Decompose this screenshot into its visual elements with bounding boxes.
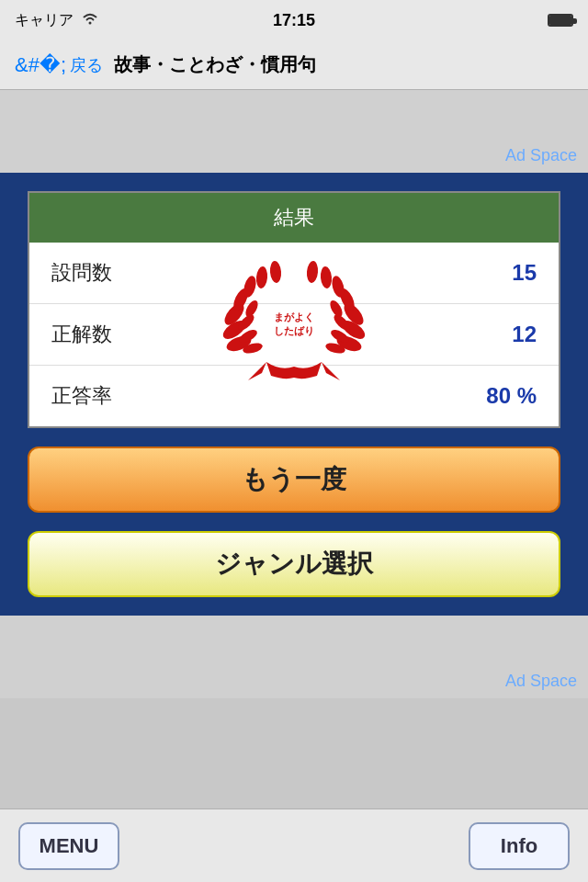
nav-bar: &#�; 戻る 故事・ことわざ・慣用句 — [0, 40, 588, 90]
svg-point-0 — [89, 22, 92, 25]
row-label-1: 設問数 — [51, 259, 112, 287]
results-rows: 設問数 15 正解数 12 正答率 80 % — [29, 243, 559, 426]
tab-bar: MENU Info — [0, 808, 588, 882]
info-button[interactable]: Info — [469, 822, 570, 870]
row-value-2: 12 — [512, 322, 537, 347]
battery-icon — [548, 14, 573, 27]
ad-top-label: Ad Space — [505, 146, 577, 165]
main-content: 結果 設問数 15 正解数 12 正答率 80 % — [0, 173, 588, 616]
ad-space-top: Ad Space — [0, 90, 588, 173]
results-header: 結果 — [29, 193, 559, 243]
row-label-2: 正解数 — [51, 321, 112, 348]
table-row: 設問数 15 — [29, 243, 559, 304]
table-row: 正解数 12 — [29, 304, 559, 366]
status-bar: キャリア 17:15 — [0, 0, 588, 40]
results-body: 設問数 15 正解数 12 正答率 80 % — [29, 243, 559, 426]
ad-bottom-label: Ad Space — [505, 672, 577, 691]
back-chevron-icon: &#�; — [15, 53, 66, 77]
wifi-icon — [81, 12, 99, 28]
results-table: 結果 設問数 15 正解数 12 正答率 80 % — [28, 191, 560, 428]
carrier-label: キャリア — [15, 11, 74, 30]
genre-button[interactable]: ジャンル選択 — [28, 531, 560, 597]
status-time: 17:15 — [273, 11, 315, 30]
row-value-1: 15 — [512, 260, 537, 286]
battery-area — [548, 14, 573, 27]
carrier-wifi: キャリア — [15, 11, 99, 30]
row-value-3: 80 % — [486, 383, 537, 409]
ad-space-bottom: Ad Space — [0, 616, 588, 698]
back-label: 戻る — [70, 54, 103, 76]
menu-button[interactable]: MENU — [18, 822, 119, 870]
table-row: 正答率 80 % — [29, 366, 559, 426]
retry-button[interactable]: もう一度 — [28, 447, 560, 513]
back-button[interactable]: &#�; 戻る — [15, 53, 103, 77]
page-title: 故事・ことわざ・慣用句 — [114, 52, 316, 77]
row-label-3: 正答率 — [51, 382, 112, 410]
